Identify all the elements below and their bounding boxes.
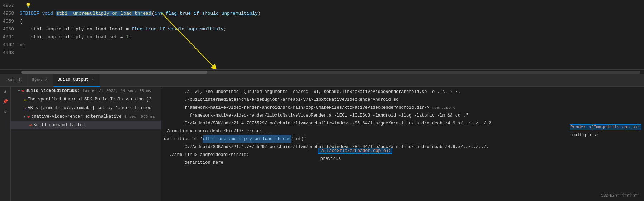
- code-line-4960: 4960 stbi__unpremultiply_on_load_local =…: [0, 25, 644, 33]
- code-line-4962: 4962 ⎆}: [0, 41, 644, 49]
- tab-build-label: Build:: [3, 74, 27, 87]
- code-line-4963: 4963: [0, 49, 644, 57]
- tree-item-warn1-label: The specified Android SDK Build Tools ve…: [28, 97, 151, 102]
- scrollbar-track: [21, 71, 640, 74]
- tree-item-build-sdk[interactable]: ▼ ⊗ Build VideoEditorSDK: failed At 2022…: [11, 87, 161, 95]
- log-line-10: definition here: [164, 159, 641, 167]
- tree-item-native-label: :native-video-render:externalNative: [31, 114, 121, 119]
- panel-sidebar: ▲ 📌 ⊙: [0, 87, 11, 201]
- up-icon[interactable]: ▲: [2, 88, 9, 95]
- build-output-close-button[interactable]: ×: [91, 77, 95, 82]
- tab-bar: Build: Sync × Build Output ×: [0, 74, 644, 87]
- bottom-panel: Build: Sync × Build Output × ▲ 📌 ⊙ ▼ ⊗ B…: [0, 74, 644, 201]
- build-output-tab-label: Build Output: [58, 77, 88, 82]
- panel-content: ▲ 📌 ⊙ ▼ ⊗ Build VideoEditorSDK: failed A…: [0, 87, 644, 201]
- code-editor: 4957 💡 4958 STBIDEF void stbi__unpremult…: [0, 0, 644, 70]
- tab-sync[interactable]: Sync ×: [27, 74, 53, 87]
- code-line-4958: 4958 STBIDEF void stbi__unpremultiply_on…: [0, 9, 644, 17]
- build-label-text: Build:: [7, 78, 23, 83]
- tab-build-output[interactable]: Build Output ×: [53, 74, 100, 87]
- tree-item-warn2-label: ABIs [armeabi-v7a,armeabi] set by 'andro…: [28, 106, 151, 111]
- warn-icon-2: ⚠: [24, 106, 26, 111]
- expand-icon-2: ▼: [24, 115, 26, 119]
- tree-item-sdk-warn2[interactable]: ⚠ ABIs [armeabi-v7a,armeabi] set by 'and…: [11, 104, 161, 112]
- sync-close-button[interactable]: ×: [44, 78, 49, 83]
- code-line-4961: 4961 stbi__unpremultiply_on_load_set = 1…: [0, 33, 644, 41]
- watermark: CSDN@字字字字字字字: [601, 193, 640, 198]
- build-tree: ▼ ⊗ Build VideoEditorSDK: failed At 2022…: [11, 87, 161, 201]
- filter-icon[interactable]: ⊙: [2, 108, 9, 115]
- tree-item-failed-label: Build command failed: [33, 123, 85, 128]
- expand-icon: ▼: [18, 89, 20, 93]
- warn-icon-1: ⚠: [24, 97, 26, 102]
- tree-item-label: Build VideoEditorSDK:: [25, 88, 79, 93]
- horizontal-scrollbar[interactable]: [0, 70, 644, 74]
- tree-item-meta: failed At 2022, 24 sec, 33 ms: [82, 89, 151, 93]
- sync-tab-label: Sync: [32, 78, 42, 83]
- tree-item-build-failed[interactable]: ⊗ Build command failed: [11, 121, 161, 129]
- scrollbar-thumb[interactable]: [21, 71, 207, 74]
- build-output-log: .a -Wl,-\no-undefined -Qunused-arguments…: [161, 87, 644, 201]
- code-lines: 4957 💡 4958 STBIDEF void stbi__unpremult…: [0, 0, 644, 57]
- pin-icon[interactable]: 📌: [2, 98, 9, 105]
- error-icon-3: ⊗: [29, 123, 32, 128]
- tree-item-sdk-warn1[interactable]: ⚠ The specified Android SDK Build Tools …: [11, 95, 161, 104]
- error-icon: ⊗: [21, 88, 24, 94]
- tree-item-native-meta: 8 sec, 966 ms: [124, 114, 155, 119]
- tree-item-native-render[interactable]: ▼ ⊗ :native-video-render:externalNative …: [11, 112, 161, 121]
- code-line-4957: 4957 💡: [0, 1, 644, 9]
- error-icon-2: ⊗: [27, 114, 30, 119]
- code-line-4959: 4959 {: [0, 17, 644, 25]
